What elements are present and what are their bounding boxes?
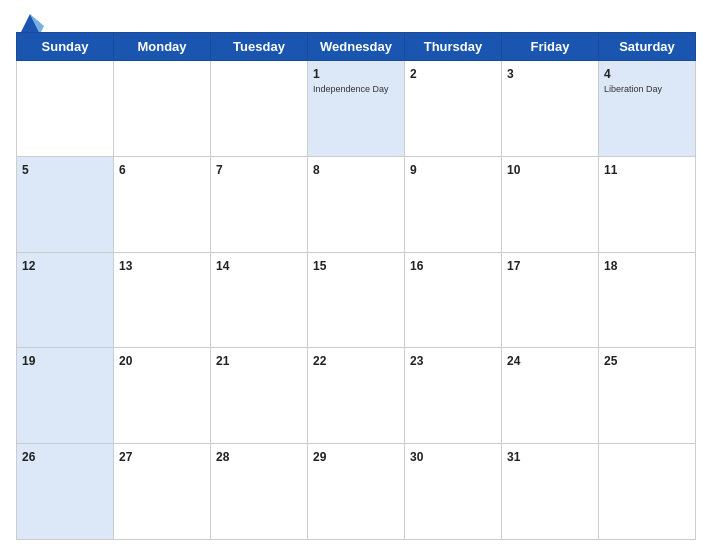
calendar-cell: 9 [405, 156, 502, 252]
calendar-cell: 2 [405, 61, 502, 157]
calendar-week-row: 567891011 [17, 156, 696, 252]
calendar-cell: 16 [405, 252, 502, 348]
day-number: 15 [313, 259, 326, 273]
day-number: 29 [313, 450, 326, 464]
holiday-label: Liberation Day [604, 84, 690, 94]
day-number: 18 [604, 259, 617, 273]
day-header-sunday: Sunday [17, 33, 114, 61]
calendar-cell [17, 61, 114, 157]
logo-icon [16, 10, 44, 28]
calendar-cell: 30 [405, 444, 502, 540]
day-number: 31 [507, 450, 520, 464]
calendar-cell: 12 [17, 252, 114, 348]
day-number: 25 [604, 354, 617, 368]
calendar-table: SundayMondayTuesdayWednesdayThursdayFrid… [16, 32, 696, 540]
calendar-cell: 13 [114, 252, 211, 348]
calendar-week-row: 19202122232425 [17, 348, 696, 444]
holiday-label: Independence Day [313, 84, 399, 94]
day-number: 14 [216, 259, 229, 273]
day-number: 9 [410, 163, 417, 177]
calendar-cell [599, 444, 696, 540]
calendar-cell: 31 [502, 444, 599, 540]
day-number: 22 [313, 354, 326, 368]
calendar-cell: 4Liberation Day [599, 61, 696, 157]
calendar-cell: 6 [114, 156, 211, 252]
calendar-cell: 23 [405, 348, 502, 444]
calendar-cell: 1Independence Day [308, 61, 405, 157]
day-number: 17 [507, 259, 520, 273]
calendar-cell: 28 [211, 444, 308, 540]
calendar-cell: 5 [17, 156, 114, 252]
day-number: 26 [22, 450, 35, 464]
day-number: 19 [22, 354, 35, 368]
day-number: 27 [119, 450, 132, 464]
day-header-tuesday: Tuesday [211, 33, 308, 61]
day-number: 12 [22, 259, 35, 273]
calendar-cell [211, 61, 308, 157]
day-number: 2 [410, 67, 417, 81]
calendar-cell: 18 [599, 252, 696, 348]
calendar-cell: 10 [502, 156, 599, 252]
day-number: 28 [216, 450, 229, 464]
calendar-cell: 11 [599, 156, 696, 252]
day-header-friday: Friday [502, 33, 599, 61]
day-number: 8 [313, 163, 320, 177]
day-header-wednesday: Wednesday [308, 33, 405, 61]
day-header-saturday: Saturday [599, 33, 696, 61]
calendar-cell: 29 [308, 444, 405, 540]
day-number: 5 [22, 163, 29, 177]
day-number: 1 [313, 67, 320, 81]
day-number: 16 [410, 259, 423, 273]
day-number: 24 [507, 354, 520, 368]
calendar-week-row: 1Independence Day234Liberation Day [17, 61, 696, 157]
calendar-week-row: 262728293031 [17, 444, 696, 540]
calendar-week-row: 12131415161718 [17, 252, 696, 348]
calendar-cell: 3 [502, 61, 599, 157]
calendar-cell: 15 [308, 252, 405, 348]
day-number: 20 [119, 354, 132, 368]
day-number: 30 [410, 450, 423, 464]
calendar-cell: 8 [308, 156, 405, 252]
day-number: 10 [507, 163, 520, 177]
logo [16, 10, 48, 28]
day-number: 7 [216, 163, 223, 177]
calendar-cell: 7 [211, 156, 308, 252]
day-number: 4 [604, 67, 611, 81]
calendar-cell: 17 [502, 252, 599, 348]
day-number: 11 [604, 163, 617, 177]
day-number: 6 [119, 163, 126, 177]
calendar-cell: 22 [308, 348, 405, 444]
day-number: 23 [410, 354, 423, 368]
calendar-cell: 19 [17, 348, 114, 444]
calendar-cell: 20 [114, 348, 211, 444]
days-header-row: SundayMondayTuesdayWednesdayThursdayFrid… [17, 33, 696, 61]
day-header-thursday: Thursday [405, 33, 502, 61]
calendar-cell: 14 [211, 252, 308, 348]
day-header-monday: Monday [114, 33, 211, 61]
day-number: 3 [507, 67, 514, 81]
calendar-header [16, 10, 696, 28]
calendar-cell: 21 [211, 348, 308, 444]
calendar-cell [114, 61, 211, 157]
calendar-cell: 26 [17, 444, 114, 540]
calendar-cell: 25 [599, 348, 696, 444]
calendar-cell: 27 [114, 444, 211, 540]
calendar-cell: 24 [502, 348, 599, 444]
day-number: 13 [119, 259, 132, 273]
day-number: 21 [216, 354, 229, 368]
